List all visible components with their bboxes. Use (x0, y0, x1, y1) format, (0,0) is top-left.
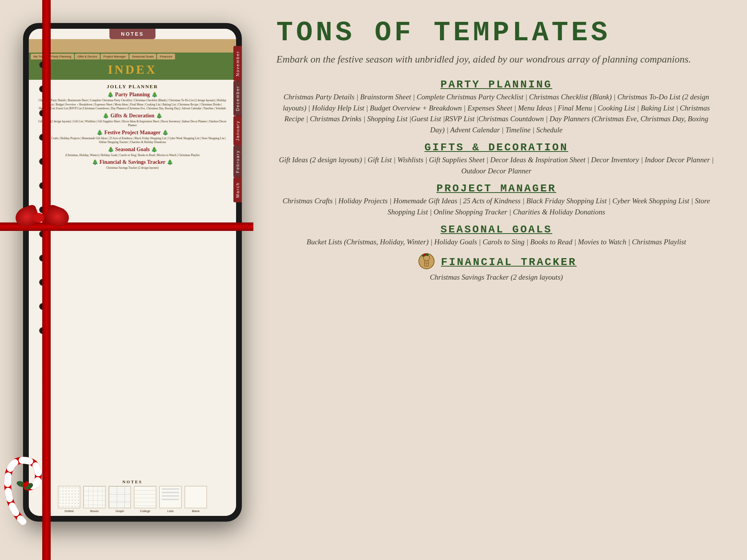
month-tabs: November December January February March (233, 46, 242, 202)
gifts-desc: Gift Ideas (2 design layouts) | Gift Lis… (276, 155, 716, 176)
section-gifts-heading: 🎄 Gifts & Decoration 🎄 (38, 112, 226, 119)
candy-cane-decoration (0, 453, 50, 529)
month-tab-december[interactable]: December (233, 81, 242, 116)
party-planning-section: PARTY PLANNING Christmas Party Details |… (276, 76, 716, 135)
tablet-screen: NOTES Me Time Party Planning Gifts & Dec… (29, 29, 236, 516)
financial-title: FINANCIAL TRACKER (441, 256, 577, 268)
party-planning-desc: Christmas Party Details | Brainstorm She… (276, 92, 716, 135)
right-panel: TONS OF TEMPLATES Embark on the festive … (253, 0, 747, 560)
bottom-notes-title: NOTES (36, 479, 228, 484)
nav-tab-finances[interactable]: Finances (157, 54, 175, 59)
planner-name: JOLLY PLANNER (38, 84, 226, 90)
financial-desc: Christmas Savings Tracker (2 design layo… (276, 272, 716, 283)
index-title: INDEX (29, 59, 236, 80)
index-content: JOLLY PLANNER 🎄 Party Planning 🎄 Christm… (29, 82, 236, 478)
nav-tab-party[interactable]: Party Planning (49, 54, 74, 59)
note-box-lists: Lists (159, 486, 182, 513)
month-tab-february[interactable]: February (233, 145, 242, 178)
nav-tab-project[interactable]: Project Manager (101, 54, 129, 59)
month-tab-march[interactable]: March (233, 178, 242, 203)
bottom-notes-area: NOTES Dotted Boxes Graph (29, 478, 236, 516)
section-financial-text: Christmas Savings Tracker (2 design layo… (38, 166, 226, 170)
section-project-text: Christmas Crafts | Holiday Projects | Ho… (38, 137, 226, 145)
notes-top-tab: NOTES (109, 29, 155, 39)
note-box-graph: Graph (109, 486, 131, 513)
tablet-device: NOTES Me Time Party Planning Gifts & Dec… (23, 23, 242, 522)
section-seasonal-text: (Christmas, Holiday, Winter) | Holiday G… (38, 153, 226, 158)
financial-row: FINANCIAL TRACKER (276, 251, 716, 272)
party-planning-title: PARTY PLANNING (276, 79, 716, 91)
month-tab-january[interactable]: January (233, 116, 242, 145)
svg-point-3 (25, 481, 29, 485)
section-project-heading: 🎄 Festive Project Manager 🎄 (38, 129, 226, 136)
section-financial-heading: 🎄 Financial & Savings Tracker 🎄 (38, 159, 226, 165)
seasonal-title: SEASONAL GOALS (276, 224, 716, 236)
project-desc: Christmas Crafts | Holiday Projects | Ho… (276, 196, 716, 217)
nav-tab-seasonal[interactable]: Seasonal Goals (129, 54, 156, 59)
note-box-boxes: Boxes (83, 486, 106, 513)
subtitle: Embark on the festive season with unbrid… (276, 52, 716, 67)
financial-section: FINANCIAL TRACKER Christmas Savings Trac… (276, 251, 716, 283)
seasonal-section: SEASONAL GOALS Bucket Lists (Christmas, … (276, 221, 716, 248)
month-tab-november[interactable]: November (233, 46, 242, 81)
gingerbread-icon (416, 251, 437, 272)
section-party-text: Christmas Party Details | Brainstorm She… (38, 99, 226, 111)
project-title: PROJECT MANAGER (276, 183, 716, 194)
note-box-dotted: Dotted (58, 486, 80, 513)
section-seasonal-heading: 🎄 Seasonal Goals 🎄 (38, 146, 226, 153)
svg-point-11 (424, 254, 426, 256)
section-gifts-text: Gift Ideas (2 design layouts) | Gift Lis… (38, 120, 226, 128)
gifts-section: GIFTS & DECORATION Gift Ideas (2 design … (276, 138, 716, 176)
bow-decoration (12, 196, 73, 257)
section-party-heading: 🎄 Party Planning 🎄 (38, 91, 226, 98)
left-panel: NOTES Me Time Party Planning Gifts & Dec… (0, 0, 253, 560)
main-title: TONS OF TEMPLATES (276, 19, 716, 47)
nav-tabs-row: Me Time Party Planning Gifts & Decors Pr… (29, 53, 236, 59)
seasonal-desc: Bucket Lists (Christmas, Holiday, Winter… (276, 237, 716, 248)
nav-tab-gifts[interactable]: Gifts & Decors (75, 54, 100, 59)
note-box-college: College (134, 486, 156, 513)
note-box-blank: Blank (185, 486, 207, 513)
project-section: PROJECT MANAGER Christmas Crafts | Holid… (276, 180, 716, 217)
gifts-title: GIFTS & DECORATION (276, 142, 716, 153)
note-boxes-row: Dotted Boxes Graph College (36, 486, 228, 513)
